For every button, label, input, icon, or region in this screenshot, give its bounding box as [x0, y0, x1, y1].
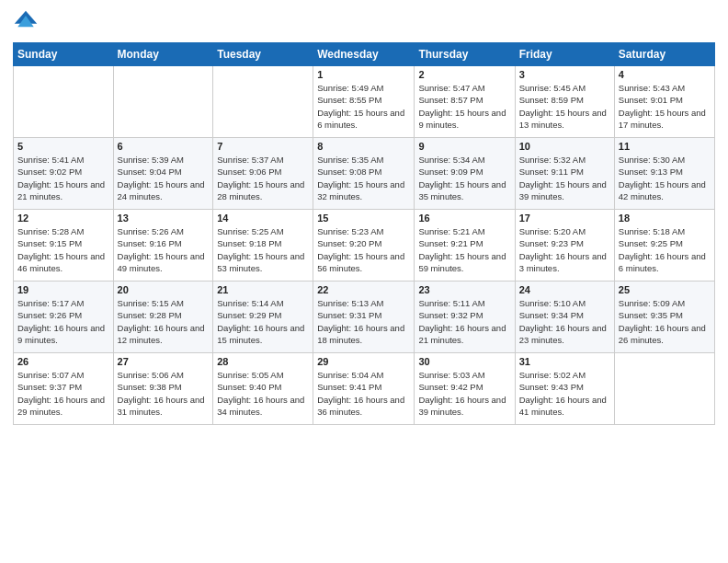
calendar-cell: 8Sunrise: 5:35 AM Sunset: 9:08 PM Daylig… [313, 138, 415, 210]
day-number: 24 [519, 284, 610, 295]
calendar-cell [614, 353, 714, 425]
day-number: 1 [317, 69, 410, 80]
calendar-cell: 6Sunrise: 5:39 AM Sunset: 9:04 PM Daylig… [113, 138, 213, 210]
day-number: 4 [619, 69, 711, 80]
day-number: 26 [17, 356, 109, 367]
day-info: Sunrise: 5:23 AM Sunset: 9:20 PM Dayligh… [317, 225, 410, 274]
day-number: 23 [418, 284, 510, 295]
day-number: 18 [619, 213, 711, 224]
day-info: Sunrise: 5:20 AM Sunset: 9:23 PM Dayligh… [519, 225, 610, 274]
calendar-cell: 31Sunrise: 5:02 AM Sunset: 9:43 PM Dayli… [515, 353, 614, 425]
calendar-cell [14, 66, 114, 138]
page-header [13, 9, 715, 35]
day-info: Sunrise: 5:41 AM Sunset: 9:02 PM Dayligh… [17, 154, 109, 202]
calendar-row: 26Sunrise: 5:07 AM Sunset: 9:37 PM Dayli… [14, 353, 715, 425]
day-number: 10 [519, 141, 610, 152]
page-container: SundayMondayTuesdayWednesdayThursdayFrid… [0, 0, 728, 563]
day-info: Sunrise: 5:06 AM Sunset: 9:38 PM Dayligh… [118, 369, 210, 418]
day-info: Sunrise: 5:11 AM Sunset: 9:32 PM Dayligh… [418, 297, 510, 346]
day-number: 21 [217, 284, 309, 295]
calendar-table: SundayMondayTuesdayWednesdayThursdayFrid… [13, 42, 715, 425]
calendar-cell: 18Sunrise: 5:18 AM Sunset: 9:25 PM Dayli… [614, 210, 714, 282]
calendar-row: 5Sunrise: 5:41 AM Sunset: 9:02 PM Daylig… [14, 138, 715, 210]
day-info: Sunrise: 5:13 AM Sunset: 9:31 PM Dayligh… [317, 297, 410, 346]
day-number: 7 [217, 141, 309, 152]
day-number: 9 [418, 141, 510, 152]
calendar-cell: 29Sunrise: 5:04 AM Sunset: 9:41 PM Dayli… [313, 353, 415, 425]
weekday-header-tuesday: Tuesday [213, 43, 313, 66]
calendar-cell: 28Sunrise: 5:05 AM Sunset: 9:40 PM Dayli… [213, 353, 313, 425]
calendar-cell: 30Sunrise: 5:03 AM Sunset: 9:42 PM Dayli… [415, 353, 515, 425]
calendar-cell: 17Sunrise: 5:20 AM Sunset: 9:23 PM Dayli… [515, 210, 614, 282]
day-info: Sunrise: 5:17 AM Sunset: 9:26 PM Dayligh… [17, 297, 109, 346]
calendar-row: 1Sunrise: 5:49 AM Sunset: 8:55 PM Daylig… [14, 66, 715, 138]
day-info: Sunrise: 5:25 AM Sunset: 9:18 PM Dayligh… [217, 225, 309, 274]
logo-icon [13, 9, 39, 35]
calendar-cell: 9Sunrise: 5:34 AM Sunset: 9:09 PM Daylig… [415, 138, 515, 210]
weekday-header-thursday: Thursday [415, 43, 515, 66]
logo [13, 9, 42, 35]
day-number: 28 [217, 356, 309, 367]
calendar-cell: 3Sunrise: 5:45 AM Sunset: 8:59 PM Daylig… [515, 66, 614, 138]
day-info: Sunrise: 5:09 AM Sunset: 9:35 PM Dayligh… [619, 297, 711, 346]
calendar-cell: 20Sunrise: 5:15 AM Sunset: 9:28 PM Dayli… [113, 282, 213, 353]
day-info: Sunrise: 5:34 AM Sunset: 9:09 PM Dayligh… [418, 154, 510, 202]
weekday-header-sunday: Sunday [14, 43, 114, 66]
day-number: 29 [317, 356, 410, 367]
day-info: Sunrise: 5:26 AM Sunset: 9:16 PM Dayligh… [118, 225, 210, 274]
calendar-cell: 24Sunrise: 5:10 AM Sunset: 9:34 PM Dayli… [515, 282, 614, 353]
day-info: Sunrise: 5:15 AM Sunset: 9:28 PM Dayligh… [118, 297, 210, 346]
day-number: 11 [619, 141, 711, 152]
calendar-cell [113, 66, 213, 138]
day-info: Sunrise: 5:07 AM Sunset: 9:37 PM Dayligh… [17, 369, 109, 418]
day-info: Sunrise: 5:49 AM Sunset: 8:55 PM Dayligh… [317, 82, 410, 131]
calendar-cell: 22Sunrise: 5:13 AM Sunset: 9:31 PM Dayli… [313, 282, 415, 353]
day-info: Sunrise: 5:45 AM Sunset: 8:59 PM Dayligh… [519, 82, 610, 131]
day-number: 27 [118, 356, 210, 367]
weekday-header-wednesday: Wednesday [313, 43, 415, 66]
calendar-cell: 4Sunrise: 5:43 AM Sunset: 9:01 PM Daylig… [614, 66, 714, 138]
day-info: Sunrise: 5:47 AM Sunset: 8:57 PM Dayligh… [418, 82, 510, 131]
day-number: 31 [519, 356, 610, 367]
weekday-header-saturday: Saturday [614, 43, 714, 66]
calendar-cell: 2Sunrise: 5:47 AM Sunset: 8:57 PM Daylig… [415, 66, 515, 138]
day-info: Sunrise: 5:03 AM Sunset: 9:42 PM Dayligh… [418, 369, 510, 418]
day-info: Sunrise: 5:28 AM Sunset: 9:15 PM Dayligh… [17, 225, 109, 274]
day-number: 30 [418, 356, 510, 367]
calendar-cell: 10Sunrise: 5:32 AM Sunset: 9:11 PM Dayli… [515, 138, 614, 210]
calendar-cell: 16Sunrise: 5:21 AM Sunset: 9:21 PM Dayli… [415, 210, 515, 282]
calendar-header-row: SundayMondayTuesdayWednesdayThursdayFrid… [14, 43, 715, 66]
day-number: 22 [317, 284, 410, 295]
calendar-cell: 5Sunrise: 5:41 AM Sunset: 9:02 PM Daylig… [14, 138, 114, 210]
day-info: Sunrise: 5:37 AM Sunset: 9:06 PM Dayligh… [217, 154, 309, 202]
day-number: 15 [317, 213, 410, 224]
calendar-cell: 11Sunrise: 5:30 AM Sunset: 9:13 PM Dayli… [614, 138, 714, 210]
day-number: 12 [17, 213, 109, 224]
day-number: 8 [317, 141, 410, 152]
day-number: 20 [118, 284, 210, 295]
day-info: Sunrise: 5:39 AM Sunset: 9:04 PM Dayligh… [118, 154, 210, 202]
day-info: Sunrise: 5:10 AM Sunset: 9:34 PM Dayligh… [519, 297, 610, 346]
calendar-row: 19Sunrise: 5:17 AM Sunset: 9:26 PM Dayli… [14, 282, 715, 353]
day-info: Sunrise: 5:18 AM Sunset: 9:25 PM Dayligh… [619, 225, 711, 274]
day-info: Sunrise: 5:43 AM Sunset: 9:01 PM Dayligh… [619, 82, 711, 131]
day-info: Sunrise: 5:14 AM Sunset: 9:29 PM Dayligh… [217, 297, 309, 346]
day-number: 2 [418, 69, 510, 80]
day-number: 3 [519, 69, 610, 80]
day-number: 16 [418, 213, 510, 224]
weekday-header-monday: Monday [113, 43, 213, 66]
calendar-cell: 7Sunrise: 5:37 AM Sunset: 9:06 PM Daylig… [213, 138, 313, 210]
day-number: 5 [17, 141, 109, 152]
day-info: Sunrise: 5:21 AM Sunset: 9:21 PM Dayligh… [418, 225, 510, 274]
calendar-cell: 13Sunrise: 5:26 AM Sunset: 9:16 PM Dayli… [113, 210, 213, 282]
day-number: 14 [217, 213, 309, 224]
calendar-cell: 14Sunrise: 5:25 AM Sunset: 9:18 PM Dayli… [213, 210, 313, 282]
day-number: 17 [519, 213, 610, 224]
calendar-cell: 1Sunrise: 5:49 AM Sunset: 8:55 PM Daylig… [313, 66, 415, 138]
day-number: 19 [17, 284, 109, 295]
day-number: 13 [118, 213, 210, 224]
calendar-cell: 26Sunrise: 5:07 AM Sunset: 9:37 PM Dayli… [14, 353, 114, 425]
calendar-row: 12Sunrise: 5:28 AM Sunset: 9:15 PM Dayli… [14, 210, 715, 282]
weekday-header-friday: Friday [515, 43, 614, 66]
calendar-cell: 25Sunrise: 5:09 AM Sunset: 9:35 PM Dayli… [614, 282, 714, 353]
